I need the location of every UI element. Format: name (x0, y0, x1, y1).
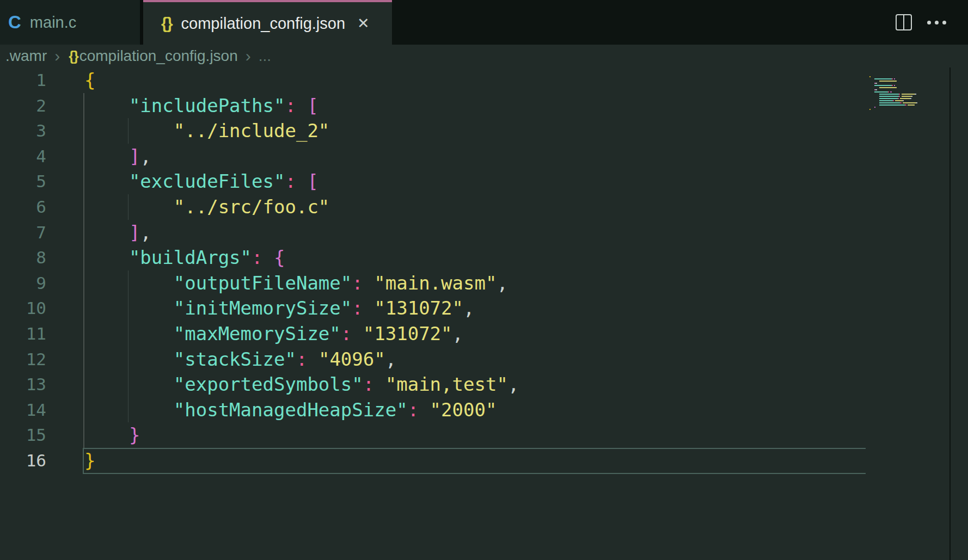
tab-label-compilation-config-json: compilation_config.json (181, 15, 345, 33)
more-actions-icon[interactable] (927, 21, 946, 24)
code-text: "excludeFiles": [ (84, 169, 318, 194)
close-tab-icon[interactable]: ✕ (357, 15, 370, 32)
line-number: 5 (0, 169, 46, 194)
vscode-editor-window: C main.c {} compilation_config.json ✕ .w… (0, 0, 968, 560)
code-line[interactable]: 15 } (0, 422, 968, 448)
code-text: "hostManagedHeapSize": "2000" (84, 397, 497, 423)
minimap[interactable] (869, 76, 950, 184)
code-text: "maxMemorySize": "131072", (84, 321, 463, 347)
tab-bar-actions (896, 0, 968, 45)
code-line[interactable]: 6 "../src/foo.c" (0, 194, 968, 220)
tab-main-c[interactable]: C main.c (0, 0, 140, 45)
minimap-line (874, 91, 892, 93)
code-line[interactable]: 12 "stackSize": "4096", (0, 347, 968, 372)
code-text: "../include_2" (84, 118, 329, 144)
code-line[interactable]: 13 "exportedSymbols": "main,test", (0, 372, 968, 397)
code-line[interactable]: 9 "outputFileName": "main.wasm", (0, 270, 968, 296)
minimap-line (874, 83, 877, 84)
code-line[interactable]: 7 ], (0, 220, 968, 245)
breadcrumb: .wamr › {} compilation_config.json › ... (0, 45, 968, 67)
code-text: } (84, 422, 140, 448)
minimap-line (879, 98, 911, 99)
code-text: "includePaths": [ (84, 93, 318, 119)
code-line[interactable]: 10 "initMemorySize": "131072", (0, 296, 968, 321)
minimap-line (874, 107, 875, 108)
code-text: "../src/foo.c" (84, 194, 329, 220)
code-line[interactable]: 1{ (0, 67, 968, 93)
code-line[interactable]: 5 "excludeFiles": [ (0, 169, 968, 194)
breadcrumb-item-symbol[interactable]: ... (259, 47, 271, 65)
minimap-line (879, 81, 897, 82)
code-text: { (84, 67, 95, 93)
line-number: 3 (0, 118, 46, 144)
code-line[interactable]: 4 ], (0, 144, 968, 169)
line-number: 4 (0, 144, 46, 169)
line-number: 1 (0, 67, 46, 93)
code-line[interactable]: 11 "maxMemorySize": "131072", (0, 321, 968, 347)
minimap-line (879, 104, 915, 106)
editor-tab-bar: C main.c {} compilation_config.json ✕ (0, 0, 968, 45)
line-number: 7 (0, 220, 46, 245)
minimap-right-border (949, 67, 951, 560)
line-number: 8 (0, 245, 46, 270)
minimap-line (879, 102, 917, 103)
code-text: "buildArgs": { (84, 245, 285, 270)
minimap-line (879, 94, 916, 95)
code-line[interactable]: 8 "buildArgs": { (0, 245, 968, 270)
line-number: 9 (0, 270, 46, 296)
code-line[interactable]: 16} (0, 448, 968, 473)
line-number: 12 (0, 347, 46, 372)
code-line[interactable]: 2 "includePaths": [ (0, 93, 968, 119)
breadcrumb-item-wamr[interactable]: .wamr (5, 47, 47, 65)
c-file-icon: C (8, 12, 21, 33)
line-number: 16 (0, 448, 46, 473)
line-number: 11 (0, 321, 46, 347)
minimap-line (879, 100, 904, 101)
line-number: 14 (0, 397, 46, 423)
line-number: 13 (0, 372, 46, 397)
code-text: ], (84, 220, 151, 245)
code-text: "stackSize": "4096", (84, 347, 396, 372)
code-editor[interactable]: 1{2 "includePaths": [3 "../include_2"4 ]… (0, 67, 968, 560)
chevron-right-icon: › (246, 47, 251, 65)
minimap-line (874, 78, 895, 79)
minimap-line (879, 96, 912, 97)
chevron-right-icon: › (54, 47, 60, 65)
minimap-line (874, 89, 877, 90)
minimap-line (869, 109, 871, 110)
breadcrumb-item-file[interactable]: compilation_config.json (79, 47, 238, 65)
minimap-line (874, 85, 895, 86)
code-text: "initMemorySize": "131072", (84, 296, 475, 321)
line-number: 10 (0, 296, 46, 321)
json-braces-icon: {} (69, 48, 78, 64)
code-text: ], (84, 144, 151, 169)
line-number: 15 (0, 422, 46, 448)
line-number: 6 (0, 194, 46, 220)
line-number: 2 (0, 93, 46, 119)
minimap-line (869, 76, 871, 77)
split-editor-icon[interactable] (896, 14, 912, 30)
code-text: "outputFileName": "main.wasm", (84, 270, 508, 296)
tab-compilation-config-json[interactable]: {} compilation_config.json ✕ (143, 0, 392, 45)
tab-label-main-c: main.c (30, 14, 76, 32)
code-text: } (84, 448, 95, 473)
json-braces-icon: {} (161, 15, 173, 33)
minimap-line (879, 87, 897, 88)
code-line[interactable]: 3 "../include_2" (0, 118, 968, 144)
code-text: "exportedSymbols": "main,test", (84, 372, 519, 397)
code-line[interactable]: 14 "hostManagedHeapSize": "2000" (0, 397, 968, 423)
